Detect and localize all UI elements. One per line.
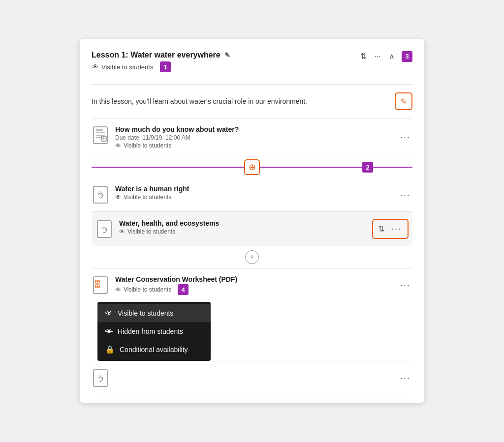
link3-item-row: ··· <box>92 361 412 395</box>
link1-title: Water is a human right <box>115 185 189 193</box>
quiz-item-row: How much do you know about water? Due da… <box>92 118 412 156</box>
eye-icon-pdf: 👁 <box>115 286 121 293</box>
edit-title-icon[interactable]: ✎ <box>224 51 230 59</box>
link3-icon <box>92 368 109 388</box>
visibility-dropdown: 👁 Visible to students 👁 Hidden from stud… <box>97 302 211 361</box>
badge-4: 4 <box>178 284 189 295</box>
svg-rect-17 <box>94 370 107 386</box>
quiz-info: How much do you know about water? Due da… <box>115 125 239 149</box>
quiz-icon <box>92 125 109 145</box>
edit-description-button[interactable]: ✎ <box>395 92 412 110</box>
add-item-button-1[interactable]: ⊕ <box>244 159 260 175</box>
lesson-title-block: Lesson 1: Water water everywhere ✎ 👁 Vis… <box>92 51 230 72</box>
more-options-button[interactable]: ··· <box>374 51 382 62</box>
pdf-more-button[interactable]: ··· <box>398 278 412 293</box>
link2-info: Water, health, and ecosystems 👁 Visible … <box>119 219 219 235</box>
eye-icon: 👁 <box>92 63 98 71</box>
svg-rect-2 <box>96 132 105 133</box>
pdf-section: Water Conservation Worksheet (PDF) 👁 Vis… <box>92 268 412 361</box>
svg-rect-9 <box>97 221 111 237</box>
lesson-container: Lesson 1: Water water everywhere ✎ 👁 Vis… <box>80 39 424 403</box>
link3-more-button[interactable]: ··· <box>398 371 412 385</box>
svg-rect-3 <box>96 135 105 136</box>
link2-more-button[interactable]: ··· <box>389 222 404 236</box>
link2-sort-button[interactable]: ⇅ <box>377 223 385 235</box>
dropdown-hidden-label: Hidden from students <box>118 327 183 335</box>
description-text: In this lesson, you'll learn about water… <box>92 97 395 105</box>
pdf-info: Water Conservation Worksheet (PDF) 👁 Vis… <box>115 275 237 295</box>
add-divider-1: ⊕ 2 <box>92 157 412 177</box>
divider-2 <box>92 156 412 156</box>
add-item-button-2[interactable]: + <box>245 250 259 264</box>
dropdown-conditional-label: Conditional availability <box>120 346 188 354</box>
lesson-visibility-row: 👁 Visible to students 1 <box>92 61 230 72</box>
pdf-visibility: 👁 Visible to students 4 <box>115 284 237 295</box>
badge-2: 2 <box>362 162 373 173</box>
link1-visibility-label: Visible to students <box>124 194 171 201</box>
dropdown-item-hidden[interactable]: 👁 Hidden from students <box>97 322 211 340</box>
link2-visibility-label: Visible to students <box>127 228 175 235</box>
dropdown-lock-icon: 🔒 <box>105 345 115 354</box>
divider-4 <box>92 246 412 246</box>
lesson-controls: ⇅ ··· ∧ 3 <box>359 51 412 62</box>
lesson-title: Lesson 1: Water water everywhere ✎ <box>92 51 230 59</box>
quiz-visibility: 👁 Visible to students <box>115 142 239 149</box>
lesson-visibility-label: Visible to students <box>101 63 153 71</box>
lesson-header: Lesson 1: Water water everywhere ✎ 👁 Vis… <box>92 51 412 78</box>
link1-item-left: Water is a human right 👁 Visible to stud… <box>92 185 189 205</box>
dropdown-item-conditional[interactable]: 🔒 Conditional availability <box>97 340 211 359</box>
sort-button[interactable]: ⇅ <box>359 51 368 62</box>
link1-more-button[interactable]: ··· <box>398 188 412 202</box>
pdf-visibility-label: Visible to students <box>124 286 171 293</box>
link2-controls: ⇅ ··· <box>372 219 409 239</box>
pdf-item-row: Water Conservation Worksheet (PDF) 👁 Vis… <box>92 268 412 302</box>
dropdown-item-visible[interactable]: 👁 Visible to students <box>97 304 211 322</box>
eye-icon-link1: 👁 <box>115 194 121 201</box>
quiz-subtitle: Due date: 11/9/19, 12:00 AM <box>115 134 239 141</box>
link1-icon <box>92 185 109 205</box>
svg-rect-1 <box>96 129 103 131</box>
badge-3: 3 <box>402 51 412 62</box>
dropdown-hidden-icon: 👁 <box>105 327 113 335</box>
link2-item-left: Water, health, and ecosystems 👁 Visible … <box>95 219 219 239</box>
pdf-icon <box>92 275 109 295</box>
lesson-title-text: Lesson 1: Water water everywhere <box>92 51 220 59</box>
badge-1: 1 <box>160 61 171 72</box>
svg-rect-8 <box>94 186 107 203</box>
link2-visibility: 👁 Visible to students <box>119 228 219 235</box>
link2-title: Water, health, and ecosystems <box>119 219 219 227</box>
collapse-button[interactable]: ∧ <box>388 51 396 62</box>
link2-item-row: Water, health, and ecosystems 👁 Visible … <box>92 212 412 246</box>
link1-info: Water is a human right 👁 Visible to stud… <box>115 185 189 201</box>
dropdown-visible-label: Visible to students <box>118 309 173 317</box>
add-divider-2: + <box>92 248 412 266</box>
link1-item-row: Water is a human right 👁 Visible to stud… <box>92 178 412 211</box>
link3-item-left <box>92 368 109 388</box>
svg-rect-4 <box>96 137 102 138</box>
link1-visibility: 👁 Visible to students <box>115 194 189 201</box>
quiz-more-button[interactable]: ··· <box>398 130 412 145</box>
quiz-title: How much do you know about water? <box>115 125 239 133</box>
eye-icon-quiz: 👁 <box>115 142 121 149</box>
pdf-item-left: Water Conservation Worksheet (PDF) 👁 Vis… <box>92 275 237 295</box>
quiz-item-left: How much do you know about water? Due da… <box>92 125 239 149</box>
divider-7 <box>92 395 412 395</box>
quiz-visibility-label: Visible to students <box>124 142 171 149</box>
pdf-title: Water Conservation Worksheet (PDF) <box>115 275 237 283</box>
description-block: In this lesson, you'll learn about water… <box>92 85 412 118</box>
link2-icon <box>95 219 113 239</box>
eye-icon-link2: 👁 <box>119 228 125 235</box>
dropdown-eye-icon: 👁 <box>105 309 113 317</box>
